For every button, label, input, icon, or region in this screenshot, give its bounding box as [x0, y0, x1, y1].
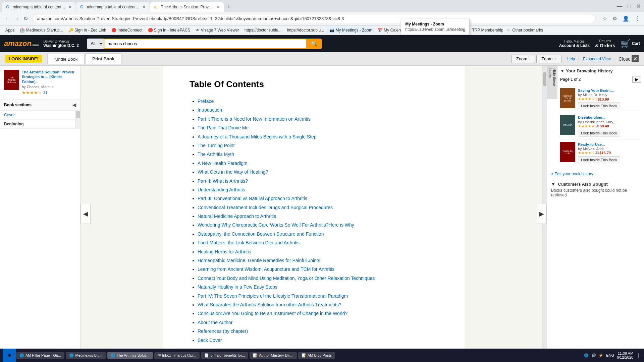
toc-link-paradigm[interactable]: A New Health Paradigm [198, 161, 248, 166]
next-page-button[interactable]: ▶ [537, 204, 547, 224]
address-input[interactable] [33, 14, 596, 23]
toc-link-refs[interactable]: References (by chapter) [198, 328, 248, 334]
look-inside-btn-1[interactable]: Look Inside This Book [578, 103, 620, 109]
taskbar-item-3[interactable]: ✉ Inbox - marcus@pr... [154, 352, 200, 359]
bookmark-trp[interactable]: TRP Membership [469, 27, 506, 33]
toc-link-conclusion[interactable]: Conclusion: Are You Going to Be an Instr… [198, 311, 347, 316]
hide-books-tab[interactable]: Hide these books [547, 66, 557, 99]
reload-button[interactable]: ↻ [21, 14, 30, 23]
taskbar-item-6[interactable]: 📝 AM Blog Posts [298, 352, 335, 359]
taskbar-start-button[interactable]: ⊞ [3, 349, 16, 362]
toc-link-journey[interactable]: A Journey of a Thousand Miles Begins wit… [198, 134, 317, 139]
returns-orders[interactable]: Returns & Orders [595, 39, 615, 48]
back-button[interactable]: ← [3, 14, 12, 23]
deliver-to[interactable]: Deliver to Marcus Washington D.C. 2 [43, 40, 79, 48]
taskbar-show-desktop-button[interactable]: │ [636, 353, 641, 357]
tab-close-3[interactable]: ✕ [217, 5, 220, 9]
toc-link-author[interactable]: About the Author [198, 320, 232, 325]
collapse-sections-button[interactable]: ◀ [72, 102, 76, 108]
section-beginning[interactable]: Beginning [0, 120, 75, 129]
hello-marcus[interactable]: Hello, Marcus Account & Lists [559, 40, 590, 48]
tab-3[interactable]: a The Arthritis Solution: Proven St... ✕ [150, 2, 224, 12]
search-button[interactable]: 🔍 [307, 39, 322, 49]
look-inside-btn-2[interactable]: Look Inside This Book [578, 130, 620, 136]
toc-link-turning[interactable]: The Turning Point [198, 143, 235, 148]
zoom-minus-button[interactable]: Zoom - [511, 55, 535, 63]
toc-link-part3[interactable]: Part III: Conventional vs Natural Approa… [198, 196, 307, 201]
toc-link-back[interactable]: Back Cover [198, 338, 222, 343]
close-look-inside-button[interactable]: Close ✕ [619, 55, 639, 62]
toc-link-understanding[interactable]: Understanding Arthritis [198, 187, 245, 192]
search-category-select[interactable]: All [87, 39, 104, 49]
toc-link-separates[interactable]: What Separates the Arthritis Solution fr… [198, 302, 341, 307]
toc-link-pain[interactable]: The Pain That Drove Me [198, 125, 249, 130]
toc-link-natural[interactable]: Natural Medicine Approach to Arthritis [198, 214, 276, 219]
search-input[interactable] [104, 39, 307, 49]
minimize-button[interactable]: — [615, 2, 624, 11]
tab-2[interactable]: G mindmap a table of contents for... ✕ [76, 2, 150, 12]
tab-1[interactable]: G mindmap a table of contents for... ✕ [2, 2, 75, 12]
bookmark-medinexus[interactable]: 🏥 Medinexus Startup... [17, 27, 65, 33]
bookmark-zoom[interactable]: 📷 My Meetings - Zoom [327, 27, 375, 33]
bookmark-doctor2[interactable]: https://doctor.sublu... [284, 27, 327, 33]
toc-link-homeo[interactable]: Homeopathic Medicine, Gentle Remedies fo… [198, 258, 320, 263]
toc-link-naturally[interactable]: Naturally Healthy in a Few Easy Steps [198, 284, 277, 290]
prev-page-button[interactable]: ◀ [80, 204, 91, 224]
new-tab-button[interactable]: + [224, 2, 233, 12]
close-window-button[interactable]: ✕ [635, 2, 642, 11]
taskbar-speaker-icon[interactable]: 🔊 [591, 353, 596, 358]
expanded-view-link[interactable]: Expanded View [583, 57, 611, 61]
bookmark-apps[interactable]: Apps [3, 27, 17, 33]
taskbar-lang[interactable]: ENG [606, 353, 614, 357]
taskbar-item-5[interactable]: 📝 Author Mastery Blu... [250, 352, 297, 359]
extensions-button[interactable]: ⚙ [611, 14, 619, 23]
book-title-right-3[interactable]: Ready-to-Use... [578, 142, 620, 147]
toc-link-herbs[interactable]: Healing Herbs for Arthritis [198, 249, 251, 254]
taskbar-network-icon[interactable]: 🌐 [584, 353, 589, 358]
cart[interactable]: 🛒 Cart [621, 39, 640, 48]
bookmark-intele[interactable]: 🔴 InteleConnect [109, 27, 145, 33]
menu-button[interactable]: ⋮ [633, 14, 641, 23]
toc-link-chiro[interactable]: Wondering Why Chiropractic Care Works So… [198, 222, 354, 228]
toc-link-preface[interactable]: Preface [198, 99, 214, 104]
toc-link-conventional[interactable]: Conventional Treatment Includes Drugs an… [198, 205, 333, 210]
bookmark-star-button[interactable]: ☆ [601, 14, 608, 23]
section-scrollbar[interactable] [75, 111, 80, 129]
book-scroll-area[interactable]: Table Of Contents Preface Introduction P… [80, 66, 547, 362]
toc-link-introduction[interactable]: Introduction [198, 107, 222, 113]
book-title-sidebar[interactable]: The Arthritis Solution: Proven Strategie… [22, 70, 76, 84]
taskbar-item-2[interactable]: 🌐 The Arthritis Soluti... [107, 352, 153, 359]
bookmark-zed[interactable]: 🔑 Sign In - Zed Link [66, 27, 109, 33]
bookmark-intelepacs[interactable]: 🔴 Sign in - IntelePACS [145, 27, 193, 33]
toc-link-part2[interactable]: Part II: What is Arthritis? [198, 178, 248, 184]
book-title-right-2[interactable]: Disentangling... [578, 115, 620, 120]
toc-link-osteo[interactable]: Osteopathy, the Connection Between Struc… [198, 231, 324, 237]
look-inside-btn-3[interactable]: Look Inside This Book [578, 157, 620, 163]
review-count[interactable]: 31 [43, 90, 47, 95]
tab-close-1[interactable]: ✕ [68, 5, 71, 9]
customers-also-bought-header[interactable]: ▼ Customers Also Bought [551, 182, 640, 187]
tab-close-2[interactable]: ✕ [143, 5, 146, 9]
amazon-logo[interactable]: amazon.com [4, 39, 39, 48]
profile-button[interactable]: 👤 [621, 14, 631, 23]
kindle-book-tab[interactable]: Kindle Book [47, 54, 85, 64]
taskbar-item-0[interactable]: 🌐 AM Pillar Page - Gu... [16, 352, 64, 359]
toc-link-healing[interactable]: What Gets in the Way of Healing? [198, 169, 268, 175]
section-cover[interactable]: Cover [0, 111, 75, 120]
maximize-button[interactable]: □ [626, 2, 632, 11]
page-play-button[interactable]: ▶ [632, 76, 641, 83]
browsing-history-header[interactable]: ▼ Your Browsing History [560, 68, 641, 73]
taskbar-item-4[interactable]: 📄 5 major benefits for... [201, 352, 248, 359]
zoom-plus-button[interactable]: Zoom + [536, 55, 561, 63]
taskbar-item-1[interactable]: 🌐 Medinexus Blu... [66, 352, 106, 359]
bookmark-doctor1[interactable]: https://doctor.sublu... [242, 27, 284, 33]
edit-history-link[interactable]: > Edit your book history [547, 169, 644, 179]
toc-link-myth[interactable]: The Arthritis Myth [198, 152, 234, 157]
toc-link-ancient[interactable]: Learning from Ancient Wisdom, Acupunctur… [198, 266, 334, 272]
print-book-tab[interactable]: Print Book [85, 53, 121, 64]
toc-link-part4[interactable]: Part IV: The Seven Principles of the Lif… [198, 293, 348, 299]
toc-link-connect[interactable]: Connect Your Body and Mind Using Meditat… [198, 276, 375, 281]
bookmark-other[interactable]: Other bookmarks [509, 27, 546, 33]
book-title-right-1[interactable]: Saving Your Brain:... [578, 88, 620, 93]
toc-link-food[interactable]: Food Matters, the Link Between Diet and … [198, 240, 300, 245]
